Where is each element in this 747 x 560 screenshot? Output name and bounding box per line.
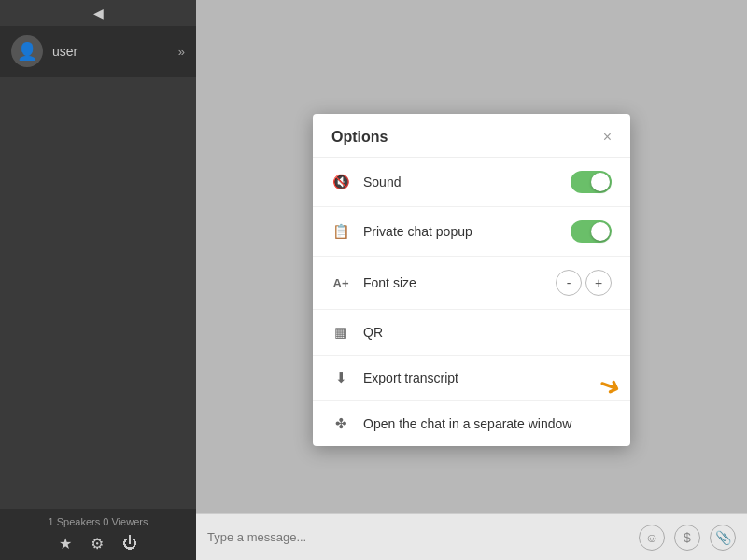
settings-icon[interactable]: ⚙ <box>91 535 104 553</box>
sidebar-user: 👤 user <box>11 35 78 67</box>
font-increase-button[interactable]: + <box>585 270 612 296</box>
qr-icon: ▦ <box>331 323 350 342</box>
font-size-label: Font size <box>363 275 416 290</box>
qr-item[interactable]: ▦ QR <box>313 310 630 356</box>
avatar: 👤 <box>11 35 43 67</box>
open-chat-item-left: ✤ Open the chat in a separate window <box>331 414 571 433</box>
private-chat-label: Private chat popup <box>363 224 472 239</box>
export-transcript-label: Export transcript <box>363 371 458 385</box>
avatar-icon: 👤 <box>17 41 37 62</box>
viewers-count: 0 <box>103 516 108 527</box>
sound-item: 🔇 Sound <box>313 158 630 207</box>
sound-toggle[interactable] <box>571 171 612 193</box>
font-size-icon: A+ <box>331 273 350 292</box>
font-size-item-left: A+ Font size <box>331 273 416 292</box>
open-chat-icon: ✤ <box>331 414 350 433</box>
star-icon[interactable]: ★ <box>59 535 72 553</box>
private-chat-toggle[interactable] <box>571 220 612 243</box>
sidebar-footer: 1 Speakers 0 Viewers ★ ⚙ ⏻ <box>0 509 196 560</box>
font-size-item: A+ Font size - + <box>313 257 630 310</box>
speakers-label: Speakers <box>57 516 100 527</box>
qr-label: QR <box>363 325 383 340</box>
sidebar: ◀ 👤 user » 1 Speakers 0 Viewers ★ ⚙ ⏻ <box>0 0 196 560</box>
font-controls: - + <box>556 270 612 296</box>
sound-icon: 🔇 <box>331 173 350 191</box>
speakers-count: 1 <box>49 516 54 527</box>
sidebar-header: 👤 user » <box>0 26 196 77</box>
export-transcript-item[interactable]: ⬇ Export transcript ➜ <box>313 356 630 401</box>
sound-label: Sound <box>363 175 401 189</box>
sound-item-left: 🔇 Sound <box>331 173 401 191</box>
username: user <box>52 44 78 59</box>
modal-overlay: Options × 🔇 Sound 📋 Private chat popup <box>196 0 747 560</box>
qr-item-left: ▦ QR <box>331 323 383 342</box>
export-icon: ⬇ <box>331 369 350 387</box>
open-chat-label: Open the chat in a separate window <box>363 416 571 431</box>
orange-arrow-icon: ➜ <box>595 368 626 404</box>
private-chat-icon: 📋 <box>331 222 350 241</box>
dialog-title: Options <box>331 129 388 146</box>
dialog-header: Options × <box>313 114 630 158</box>
viewers-label: Viewers <box>111 516 148 527</box>
close-button[interactable]: × <box>603 130 612 145</box>
main-content: Options × 🔇 Sound 📋 Private chat popup <box>196 0 747 513</box>
left-arrow-icon: ◀ <box>93 6 104 21</box>
font-decrease-button[interactable]: - <box>556 270 582 296</box>
private-chat-item-left: 📋 Private chat popup <box>331 222 472 241</box>
speakers-viewers-label: 1 Speakers 0 Viewers <box>11 516 185 527</box>
sidebar-collapse-bar[interactable]: ◀ <box>0 0 196 26</box>
expand-icon[interactable]: » <box>178 45 185 59</box>
power-icon[interactable]: ⏻ <box>122 535 137 553</box>
sidebar-content <box>0 77 196 509</box>
private-chat-item: 📋 Private chat popup <box>313 207 630 257</box>
footer-icons: ★ ⚙ ⏻ <box>11 535 185 553</box>
options-dialog: Options × 🔇 Sound 📋 Private chat popup <box>313 114 630 446</box>
export-transcript-item-left: ⬇ Export transcript <box>331 369 458 387</box>
main-area: Options × 🔇 Sound 📋 Private chat popup <box>196 0 747 560</box>
open-chat-item[interactable]: ✤ Open the chat in a separate window <box>313 401 630 446</box>
